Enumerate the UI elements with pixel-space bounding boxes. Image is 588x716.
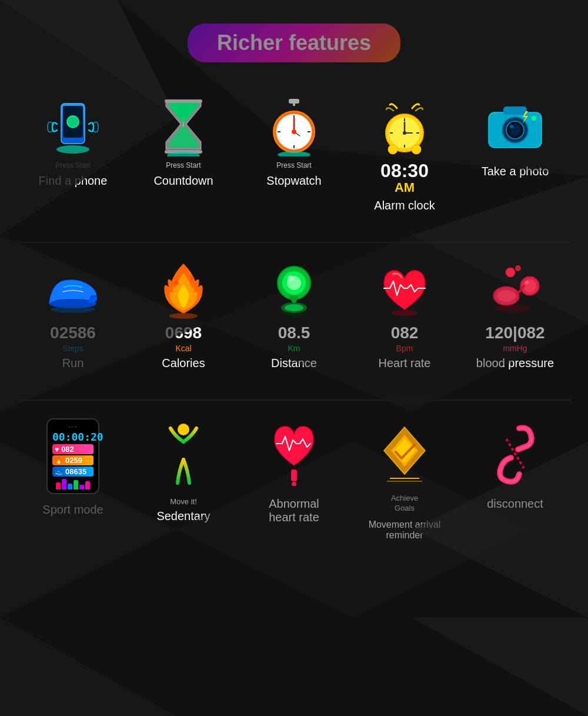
svg-point-55 (51, 306, 95, 313)
movement-reminder-icon-wrap (375, 418, 434, 489)
svg-point-65 (288, 275, 293, 281)
alarm-icon-wrap (375, 98, 434, 156)
svg-point-66 (392, 310, 417, 316)
alarm-am-label: AM (380, 180, 429, 195)
svg-marker-18 (169, 127, 198, 148)
heart-rate-stat-unit: Bpm (391, 344, 419, 353)
camera-icon (486, 101, 544, 154)
alarm-time-value: 08:30 (380, 161, 429, 180)
stopwatch-icon-wrap (265, 98, 323, 156)
feature-blood-pressure: 120|082 mmHg blood pressure (462, 261, 568, 370)
flame-icon (160, 261, 207, 319)
run-label: Run (62, 357, 84, 370)
distance-stats: 08.5 Km (278, 324, 310, 353)
svg-point-51 (510, 125, 513, 128)
svg-rect-76 (291, 469, 297, 481)
movement-reminder-label: Movement arrival reminder (369, 519, 441, 541)
find-phone-label: Find a phone (39, 174, 108, 188)
countdown-press-start: Press Start (166, 161, 201, 169)
svg-point-68 (497, 290, 516, 302)
feature-heart-rate: 082 Bpm Heart rate (352, 261, 457, 370)
feature-calories: 0698 Kcal Calories (131, 261, 236, 370)
blood-pressure-icon (486, 264, 544, 317)
achievement-icon (378, 424, 431, 483)
person-icon (160, 421, 207, 492)
find-phone-icon-wrap (44, 98, 102, 156)
sport-mode-icon-wrap: --- 00:00:20 ♥ 082 🔥 0259 (41, 418, 105, 495)
countdown-label: Countdown (153, 174, 213, 188)
page-title: Richer features (188, 24, 400, 62)
svg-point-45 (412, 145, 421, 154)
svg-point-71 (525, 281, 529, 284)
feature-disconnect: disconnect (462, 418, 568, 511)
run-icon-wrap (44, 261, 102, 319)
countdown-icon-wrap (154, 98, 213, 156)
photo-label: Take a photo (482, 165, 549, 178)
calories-stats: 0698 Kcal (165, 324, 202, 353)
svg-point-70 (523, 279, 536, 292)
svg-point-14 (67, 116, 79, 128)
sedentary-label: Sedentary (156, 509, 210, 523)
bp-icon-wrap (486, 261, 544, 319)
svg-rect-24 (293, 102, 295, 106)
stopwatch-label: Stopwatch (266, 174, 321, 188)
svg-point-74 (495, 305, 530, 312)
svg-point-53 (532, 116, 536, 121)
distance-label: Distance (271, 357, 317, 370)
calories-stat-num: 0698 (165, 324, 202, 342)
features-row-1: Press Start Find a phone (0, 80, 588, 242)
sedentary-move-it: Move it! (170, 497, 197, 506)
bp-stat-unit: mmHg (485, 344, 544, 353)
svg-point-33 (292, 129, 296, 134)
svg-point-58 (169, 313, 198, 319)
svg-rect-20 (165, 99, 202, 103)
bp-stat-num: 120|082 (485, 324, 544, 342)
svg-marker-11 (412, 618, 588, 716)
heart-rate-icon-wrap (375, 261, 434, 319)
link-broken-icon (489, 421, 542, 486)
abnormal-heart-label: Abnormal heart rate (269, 497, 319, 524)
feature-distance: 08.5 Km Distance (241, 261, 347, 370)
calories-stat-unit: Kcal (165, 344, 202, 353)
distance-stat-unit: Km (278, 344, 310, 353)
feature-countdown: Press Start Countdown (131, 98, 236, 188)
calories-icon-wrap (154, 261, 213, 319)
alarm-icon (378, 98, 431, 156)
feature-photo: Take a photo (462, 98, 568, 178)
hourglass-icon (160, 98, 207, 156)
svg-marker-10 (0, 618, 176, 716)
find-phone-press-start: Press Start (55, 161, 90, 169)
photo-icon-wrap (486, 98, 544, 156)
feature-movement-reminder: Achieve Goals Movement arrival reminder (352, 418, 457, 541)
page-title-section: Richer features (0, 0, 588, 80)
svg-point-44 (388, 145, 397, 154)
watch-screen-display: --- 00:00:20 ♥ 082 🔥 0259 (46, 418, 99, 494)
alarm-time-display: 08:30 AM (380, 161, 429, 195)
sport-mode-label: Sport mode (42, 503, 103, 517)
alarm-label: Alarm clock (374, 199, 435, 212)
run-stat-num: 02586 (50, 324, 96, 342)
feature-stopwatch: Press Start Stopwatch (241, 98, 347, 188)
feature-sedentary: Move it! Sedentary (131, 418, 236, 523)
run-stat-unit: Steps (50, 344, 96, 353)
svg-point-61 (285, 304, 303, 311)
distance-stat-num: 08.5 (278, 324, 310, 342)
features-row-2: 02586 Steps Run (0, 243, 588, 399)
bp-label: blood pressure (476, 357, 554, 370)
feature-find-phone: Press Start Find a phone (20, 98, 126, 188)
heart-rate-stats: 082 Bpm (391, 324, 419, 353)
heart-rate-stat-num: 082 (391, 324, 419, 342)
svg-point-15 (56, 145, 89, 154)
svg-point-72 (506, 268, 515, 277)
feature-sport-mode: --- 00:00:20 ♥ 082 🔥 0259 (20, 418, 126, 517)
disconnect-icon-wrap (486, 418, 544, 489)
map-pin-icon (270, 261, 318, 319)
shoe-icon (44, 264, 102, 317)
svg-point-73 (515, 265, 521, 271)
stopwatch-icon (268, 98, 320, 156)
phone-icon (46, 98, 99, 156)
heart-rate-label: Heart rate (379, 357, 431, 370)
bp-stats: 120|082 mmHg (485, 324, 544, 353)
feature-alarm: 08:30 AM Alarm clock (352, 98, 457, 212)
disconnect-label: disconnect (487, 497, 543, 511)
